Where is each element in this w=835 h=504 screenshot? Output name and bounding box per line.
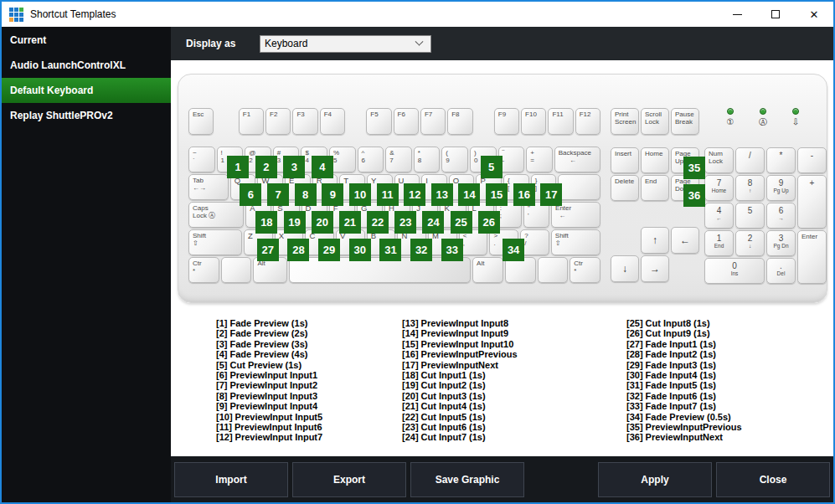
shortcut-badge-28: 28 bbox=[287, 239, 309, 261]
key-label: 5 bbox=[736, 207, 764, 215]
key-label: F2 bbox=[270, 111, 277, 118]
legend-entry: [33] Fade Input7 (1s) bbox=[626, 401, 742, 411]
key-equals: += bbox=[526, 147, 553, 172]
display-as-dropdown[interactable]: Keyboard bbox=[260, 35, 431, 53]
led-symbol: Ⓐ bbox=[759, 118, 767, 126]
key-f2: F2 bbox=[265, 108, 291, 135]
shortcut-badge-7: 7 bbox=[267, 183, 289, 206]
sidebar-item-current[interactable]: Current bbox=[2, 28, 171, 53]
keyboard-row: Tab←→Q6W7E8R9T10Y11U12I13O14P15{[16}]17 bbox=[188, 174, 600, 200]
shortcut-badge-34: 34 bbox=[503, 239, 524, 261]
key-f4: F4 bbox=[320, 108, 345, 135]
led-dot-icon bbox=[760, 108, 766, 115]
window-controls: ✕ bbox=[718, 2, 833, 27]
shortcut-badge-36: 36 bbox=[683, 184, 705, 207]
sidebar-item-audio-launchcontrolxl[interactable]: Audio LaunchControlXL bbox=[2, 53, 171, 78]
key-numpad-8: 8↑ bbox=[735, 175, 765, 201]
save-graphic-button[interactable]: Save Graphic bbox=[410, 462, 524, 497]
legend-entry: [26] Cut Input9 (1s) bbox=[626, 328, 742, 338]
legend-entry: [18] Cut Input1 (1s) bbox=[402, 370, 518, 380]
title-bar: Shortcut Templates ✕ bbox=[2, 2, 833, 27]
key-numpad-subtract: - bbox=[797, 147, 827, 173]
sidebar-item-default-keyboard[interactable]: Default Keyboard bbox=[2, 78, 171, 103]
shortcut-badge-11: 11 bbox=[377, 183, 399, 206]
close-button[interactable]: Close bbox=[716, 462, 830, 497]
key-label: PauseBreak bbox=[675, 111, 694, 126]
key-label: Enter bbox=[801, 233, 817, 240]
key-insert: Insert bbox=[611, 147, 639, 173]
key-label: F7 bbox=[425, 111, 432, 118]
key-f9: F9 bbox=[494, 108, 519, 135]
key-9-pg-up: 9Pg Up bbox=[766, 175, 796, 201]
legend-entry: [21] Cut Input4 (1s) bbox=[402, 401, 518, 411]
key-label: - bbox=[798, 152, 826, 160]
key-slash: ?/ bbox=[520, 229, 549, 255]
key-label: End bbox=[645, 177, 657, 185]
key-label: Insert bbox=[615, 150, 631, 157]
key-label: ^6 bbox=[362, 149, 365, 164]
key-label: 3Pg Dn bbox=[767, 234, 795, 249]
key-label: ScrollLock bbox=[645, 111, 662, 126]
key-label: Z bbox=[248, 232, 253, 239]
keyboard-gap bbox=[475, 108, 492, 135]
key-label: Shift⇧ bbox=[193, 232, 206, 247]
key-label: 9Pg Up bbox=[767, 179, 795, 194]
minimize-button[interactable] bbox=[718, 2, 756, 27]
key-1: !11 bbox=[217, 147, 244, 172]
key-label: PrintScreen bbox=[615, 111, 636, 126]
key-label: ↑ bbox=[642, 228, 668, 253]
export-button[interactable]: Export bbox=[292, 462, 406, 497]
sidebar-item-replay-shuttleprov2[interactable]: Replay ShuttlePROv2 bbox=[2, 103, 171, 128]
keyboard-row: ~`!11@22#33$44%5^6&7*8(9)05‾-+=Backspace… bbox=[188, 147, 600, 172]
key-numpad-6: 6→ bbox=[766, 203, 796, 229]
shortcut-badge-26: 26 bbox=[478, 211, 500, 234]
legend-entry: [36] PreviewInputNext bbox=[626, 432, 742, 442]
key-numpad-multiply: * bbox=[766, 147, 796, 173]
key-label: / bbox=[736, 152, 764, 160]
minimize-icon bbox=[733, 14, 742, 15]
key-label: ?/ bbox=[524, 232, 528, 247]
key-arrow-right: → bbox=[641, 255, 669, 282]
legend-entry: [10] PreviewInput Input5 bbox=[216, 412, 322, 422]
legend-entry: [34] Fade Preview (0.5s) bbox=[626, 412, 742, 422]
keyboard-rows: ~`!11@22#33$44%5^6&7*8(9)05‾-+=Backspace… bbox=[188, 147, 600, 283]
led-symbol: ⇩ bbox=[792, 118, 799, 126]
key-label: F3 bbox=[296, 111, 304, 118]
key-label: $4 bbox=[305, 149, 308, 164]
key-backspace: Backspace ← bbox=[554, 147, 600, 172]
key-label: NumLock bbox=[709, 150, 723, 165]
close-button[interactable]: ✕ bbox=[795, 2, 833, 27]
key-label: F8 bbox=[451, 111, 459, 118]
legend-entry: [2] Fade Preview (2s) bbox=[216, 328, 322, 338]
sidebar: CurrentAudio LaunchControlXLDefault Keyb… bbox=[2, 27, 171, 502]
key-label: !1 bbox=[221, 149, 224, 164]
key-3-pg-dn: 3Pg Dn bbox=[766, 230, 796, 256]
app-icon bbox=[9, 8, 23, 22]
key-label: F6 bbox=[398, 111, 405, 118]
legend-entry: [31] Fade Input5 (1s) bbox=[626, 380, 742, 390]
key-esc: Esc bbox=[188, 108, 214, 135]
key-6: ^6 bbox=[358, 147, 384, 172]
key-label: Alt bbox=[477, 260, 484, 267]
maximize-button[interactable] bbox=[756, 2, 795, 27]
scroll-lock-led: ⇩ bbox=[786, 108, 805, 126]
key-label: #3 bbox=[277, 149, 281, 164]
key-ctr-right: Ctr* bbox=[570, 257, 600, 283]
shortcut-badge-27: 27 bbox=[257, 239, 279, 261]
legend-entry: [1] Fade Preview (1s) bbox=[216, 318, 322, 328]
legend-entry: [32] Fade Input6 (1s) bbox=[626, 391, 742, 401]
key-label: F4 bbox=[324, 111, 332, 118]
legend-entry: [29] Fade Input3 (1s) bbox=[626, 360, 742, 370]
legend-entry: [6] PreviewInput Input1 bbox=[216, 370, 322, 380]
key-9: (9 bbox=[441, 147, 468, 172]
legend-entry: [23] Cut Input6 (1s) bbox=[402, 422, 518, 432]
key-f11: F11 bbox=[548, 108, 573, 135]
legend-entry: [28] Fade Input2 (1s) bbox=[626, 349, 742, 359]
apply-button[interactable]: Apply bbox=[598, 462, 712, 497]
import-button[interactable]: Import bbox=[174, 462, 288, 497]
legend-entry: [14] PreviewInput Input9 bbox=[402, 328, 518, 338]
legend-entry: [4] Fade Preview (4s) bbox=[216, 349, 322, 359]
key-label: F10 bbox=[525, 111, 537, 118]
key-label: F9 bbox=[498, 111, 506, 118]
key-label: 4← bbox=[705, 207, 733, 222]
